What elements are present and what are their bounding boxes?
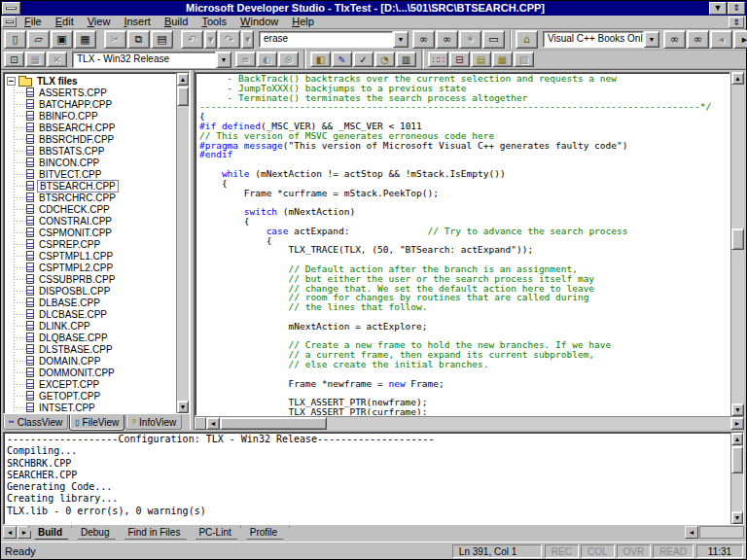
tab-classview[interactable]: ▪▪ClassView — [3, 415, 68, 430]
tree-item-domain-cpp[interactable]: DOMAIN.CPP — [7, 355, 176, 367]
editor-scroll-down-icon[interactable]: ▼ — [731, 403, 744, 416]
menu-view[interactable]: View — [81, 16, 118, 28]
tree-item-intset-cpp[interactable]: INTSET.CPP — [7, 402, 176, 413]
editor-scroll-thumb[interactable] — [731, 228, 744, 250]
tree-scroll-up-icon[interactable]: ▲ — [177, 73, 189, 86]
tree-item-bincon-cpp[interactable]: BINCON.CPP — [7, 157, 176, 168]
spell-check-button[interactable]: ✓ — [353, 52, 374, 67]
breakpoints-button[interactable]: ∷∷ — [428, 52, 448, 67]
tree-item-getopt-cpp[interactable]: GETOPT.CPP — [7, 390, 176, 402]
tree-item-bbsearch-cpp[interactable]: BBSEARCH.CPP — [7, 122, 176, 133]
tree-item-btsrchrc-cpp[interactable]: BTSRCHRC.CPP — [7, 192, 176, 203]
editor-split-box[interactable] — [195, 417, 206, 430]
tree-item-cspmonit-cpp[interactable]: CSPMONIT.CPP — [7, 227, 176, 238]
editor-hscroll-track[interactable] — [220, 417, 730, 430]
configuration-combobox-input[interactable]: TLX - Win32 Release — [72, 52, 216, 68]
find-combobox-input[interactable]: erase — [259, 31, 393, 48]
tree-item-dlcbase-cpp[interactable]: DLCBASE.CPP — [7, 308, 176, 320]
editor-scroll-left-icon[interactable]: ◄ — [206, 417, 220, 430]
tree-root-tlx-files[interactable]: − TLX files — [7, 75, 176, 87]
tree-item-csprep-cpp[interactable]: CSPREP.CPP — [7, 238, 176, 250]
tree-item-bbinfo-cpp[interactable]: BBINFO.CPP — [7, 110, 176, 122]
menu-window[interactable]: Window — [233, 16, 285, 28]
menu-edit[interactable]: Edit — [49, 16, 81, 28]
tab-fileview[interactable]: ▯FileView — [69, 415, 124, 431]
tree-item-dlqbase-cpp[interactable]: DLQBASE.CPP — [7, 332, 176, 343]
tree-item-dlbase-cpp[interactable]: DLBASE.CPP — [7, 297, 176, 308]
tree-item-asserts-cpp[interactable]: ASSERTS.CPP — [7, 87, 176, 98]
menu-insert[interactable]: Insert — [117, 16, 158, 28]
output-tab-find-in-files[interactable]: Find in Files — [118, 526, 193, 540]
paste-button[interactable]: ▤ — [151, 30, 173, 49]
output-scroll-up-icon[interactable]: ▲ — [731, 433, 743, 445]
output-tab-pc-lint[interactable]: PC-Lint — [189, 526, 243, 540]
tree-item-btsearch-cpp[interactable]: BTSEARCH.CPP — [7, 180, 176, 192]
tree-scroll-down-icon[interactable]: ▼ — [177, 401, 189, 413]
variables-window-button[interactable]: ▦ — [492, 52, 513, 67]
goto-definition-button[interactable]: ⊟ — [449, 52, 470, 67]
tree-item-dlstbase-cpp[interactable]: DLSTBASE.CPP — [7, 343, 176, 355]
configuration-combobox-dropdown-icon[interactable]: ▼ — [216, 52, 231, 68]
minimize-button[interactable]: ▼ — [709, 2, 727, 15]
build-output-text[interactable]: -------------------Configuration: TLX - … — [4, 433, 730, 524]
tree-item-bitvect-cpp[interactable]: BITVECT.CPP — [7, 168, 176, 180]
new-source-window-button[interactable]: ◧ — [310, 52, 331, 67]
document-restore-button[interactable]: ⇕ — [729, 17, 744, 28]
tree-item-csptmpl2-cpp[interactable]: CSPTMPL2.CPP — [7, 262, 176, 273]
copy-button[interactable]: ⧉ — [127, 30, 150, 49]
tree-item-dommonit-cpp[interactable]: DOMMONIT.CPP — [7, 367, 176, 378]
menu-build[interactable]: Build — [158, 16, 195, 28]
menu-tools[interactable]: Tools — [195, 16, 233, 28]
tree-item-batchapp-cpp[interactable]: BATCHAPP.CPP — [7, 98, 176, 110]
menu-help[interactable]: Help — [285, 16, 321, 28]
tab-infoview[interactable]: ?InfoView — [125, 415, 182, 430]
tree-item-bbstats-cpp[interactable]: BBSTATS.CPP — [7, 145, 176, 157]
wizard-bar-button[interactable]: ✎ — [332, 52, 352, 67]
editor-scroll-up-icon[interactable]: ▲ — [731, 72, 744, 85]
system-menu-button[interactable] — [2, 2, 20, 15]
menu-file[interactable]: File — [18, 16, 49, 28]
tree-item-bbsrchdf-cpp[interactable]: BBSRCHDF.CPP — [7, 133, 176, 145]
search-contents-button[interactable]: ∞ — [663, 30, 686, 49]
tree-item-dlink-cpp[interactable]: DLINK.CPP — [7, 320, 176, 332]
tree-item-disposbl-cpp[interactable]: DISPOSBL.CPP — [7, 285, 176, 297]
find-button[interactable]: ∞ — [436, 30, 458, 49]
output-scroll-down-icon[interactable]: ▼ — [731, 511, 743, 524]
tree-scroll-thumb[interactable] — [177, 87, 189, 106]
tree-item-except-cpp[interactable]: EXCEPT.CPP — [7, 378, 176, 390]
output-scroll-thumb[interactable] — [731, 446, 743, 473]
output-tab-debug[interactable]: Debug — [71, 526, 122, 540]
new-file-button[interactable]: ▯ — [4, 30, 26, 49]
tree-item-constrai-cpp[interactable]: CONSTRAI.CPP — [7, 215, 176, 227]
tree-item-cdcheck-cpp[interactable]: CDCHECK.CPP — [7, 203, 176, 215]
toggle-full-screen-button[interactable]: ▭ — [482, 30, 505, 49]
save-all-button[interactable]: ▦ — [74, 30, 96, 49]
next-topic-button[interactable]: ▸ — [733, 30, 747, 49]
output-tabs-right-icon[interactable]: ► — [18, 526, 31, 539]
update-dependencies-button[interactable]: ⊡ — [4, 52, 24, 67]
output-scroll-track[interactable] — [731, 445, 743, 511]
books-combobox-dropdown-icon[interactable]: ▼ — [644, 31, 659, 48]
open-file-button[interactable]: ▱ — [27, 30, 50, 49]
find-in-files-button[interactable]: ∞ — [412, 30, 435, 49]
collapse-icon[interactable]: − — [7, 77, 16, 86]
tree-item-cssubprb-cpp[interactable]: CSSUBPRB.CPP — [7, 273, 176, 285]
output-hscroll-track[interactable] — [699, 526, 744, 539]
tree-scroll-track[interactable] — [177, 86, 189, 401]
tile-windows-button[interactable]: ▥ — [396, 52, 416, 67]
tree-item-csptmpl1-cpp[interactable]: CSPTMPL1.CPP — [7, 250, 176, 262]
restore-button[interactable]: ⇕ — [728, 2, 745, 15]
watch-window-button[interactable]: ▤ — [471, 52, 491, 67]
output-hscroll-left-icon[interactable]: ◄ — [685, 526, 698, 539]
editor-scroll-track[interactable] — [731, 85, 744, 403]
document-system-menu-button[interactable] — [2, 17, 17, 27]
profile-tool-button[interactable]: ◔ — [374, 52, 395, 67]
editor-hscroll-thumb[interactable] — [220, 417, 327, 430]
find-combobox-dropdown-icon[interactable]: ▼ — [393, 31, 409, 48]
output-tab-profile[interactable]: Profile — [240, 526, 290, 540]
editor-scroll-right-icon[interactable]: ► — [730, 417, 744, 430]
search-query-button[interactable]: ∞ — [687, 30, 709, 49]
search-online-button[interactable]: ⌂ — [516, 30, 538, 49]
output-tab-build[interactable]: Build — [28, 526, 75, 540]
save-file-button[interactable]: ▣ — [51, 30, 73, 49]
